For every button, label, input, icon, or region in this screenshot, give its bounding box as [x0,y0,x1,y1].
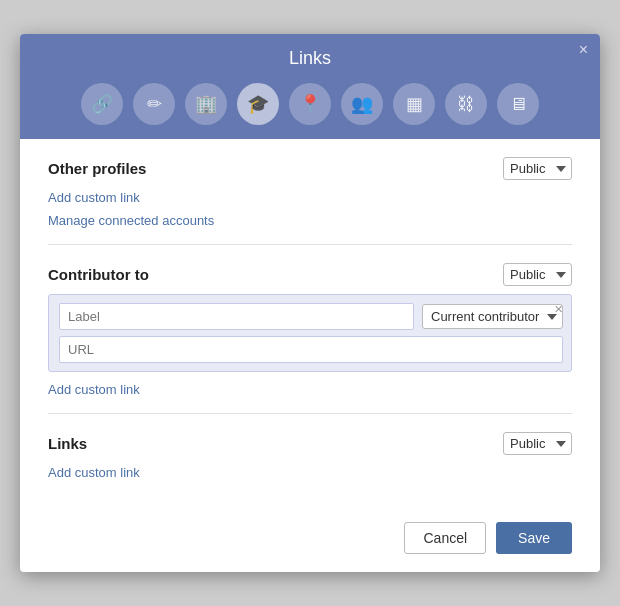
other-profiles-section: Other profiles Public Private Add custom… [48,139,572,245]
icon-row: 🔗 ✏ 🏢 🎓 📍 👥 ▦ ⛓ 🖥 [81,83,539,139]
links-visibility-select[interactable]: Public Private [503,432,572,455]
contributor-add-custom-link-button[interactable]: Add custom link [48,380,140,399]
grid-icon[interactable]: ▦ [393,83,435,125]
modal-header: × Links 🔗 ✏ 🏢 🎓 📍 👥 ▦ ⛓ 🖥 [20,34,600,139]
other-profiles-add-custom-link-button[interactable]: Add custom link [48,188,140,207]
contributor-label-input[interactable] [59,303,414,330]
contributor-remove-button[interactable]: × [554,301,563,316]
other-profiles-title: Other profiles [48,160,146,177]
contributor-to-header: Contributor to Public Private [48,263,572,286]
links-header: Links Public Private [48,432,572,455]
contributor-type-select[interactable]: Current contributor Past contributor [422,304,563,329]
contributor-url-row [59,336,563,363]
building-icon[interactable]: 🏢 [185,83,227,125]
contributor-to-visibility-select[interactable]: Public Private [503,263,572,286]
graduation-icon[interactable]: 🎓 [237,83,279,125]
contributor-label-row: Current contributor Past contributor [59,303,563,330]
close-button[interactable]: × [579,42,588,58]
manage-connected-accounts-button[interactable]: Manage connected accounts [48,211,214,230]
links-title: Links [48,435,87,452]
modal-title: Links [289,48,331,69]
screen-icon[interactable]: 🖥 [497,83,539,125]
cancel-button[interactable]: Cancel [404,522,486,554]
modal-footer: Cancel Save [20,512,600,572]
other-profiles-visibility-select[interactable]: Public Private [503,157,572,180]
contributor-entry-box: × Current contributor Past contributor [48,294,572,372]
links-section: Links Public Private Add custom link [48,414,572,496]
contributor-to-section: Contributor to Public Private × Current … [48,245,572,414]
save-button[interactable]: Save [496,522,572,554]
pencil-icon[interactable]: ✏ [133,83,175,125]
people-icon[interactable]: 👥 [341,83,383,125]
contributor-url-input[interactable] [59,336,563,363]
contributor-to-title: Contributor to [48,266,149,283]
location-icon[interactable]: 📍 [289,83,331,125]
chain-icon[interactable]: ⛓ [445,83,487,125]
other-profiles-header: Other profiles Public Private [48,157,572,180]
links-add-custom-link-button[interactable]: Add custom link [48,463,140,482]
link-icon[interactable]: 🔗 [81,83,123,125]
modal-body: Other profiles Public Private Add custom… [20,139,600,512]
links-modal: × Links 🔗 ✏ 🏢 🎓 📍 👥 ▦ ⛓ 🖥 Other profiles… [20,34,600,572]
